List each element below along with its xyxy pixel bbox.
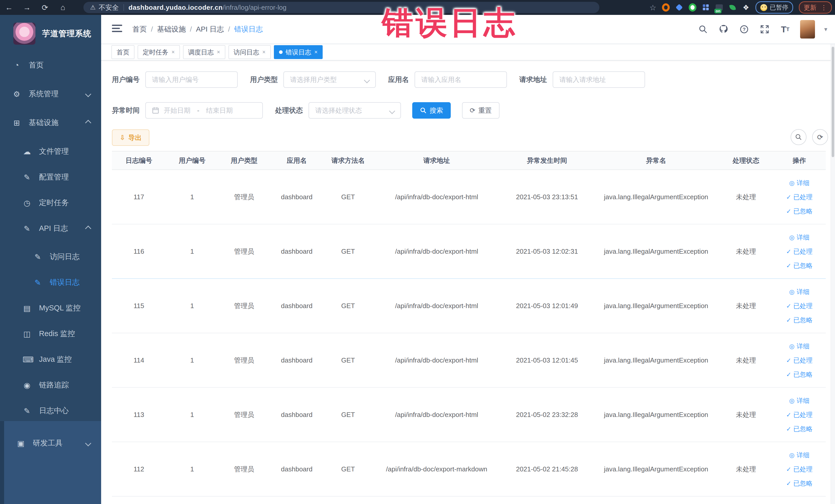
chevron-down-icon xyxy=(364,77,370,83)
op-label: 已处理 xyxy=(793,411,813,418)
browser-update-button[interactable]: 更新 ⋮ xyxy=(799,1,832,14)
eye-icon: ◎ xyxy=(789,451,795,459)
browser-back-icon[interactable]: ← xyxy=(0,3,18,12)
browser-home-icon[interactable]: ⌂ xyxy=(54,3,72,12)
refresh-table-button[interactable]: ⟳ xyxy=(812,129,828,145)
ignored-link[interactable]: ✓已忽略 xyxy=(773,259,826,273)
tab-首页[interactable]: 首页 xyxy=(111,45,135,59)
process-status-select[interactable]: 请选择处理状态 xyxy=(308,102,401,119)
browser-reload-icon[interactable]: ⟳ xyxy=(36,3,54,12)
address-bar[interactable]: ⚠ 不安全 dashboard.yudao.iocoder.cn/infra/l… xyxy=(83,2,599,13)
sidebar-logo[interactable]: 芋道管理系统 xyxy=(0,15,101,50)
sidebar-item-devtools[interactable]: ▣研发工具 xyxy=(4,430,101,456)
tab-定时任务[interactable]: 定时任务× xyxy=(138,45,180,59)
scrollbar-thumb[interactable] xyxy=(832,47,834,157)
reset-button[interactable]: ⟳ 重置 xyxy=(462,102,500,119)
ignored-link[interactable]: ✓已忽略 xyxy=(773,476,826,490)
filter-row-1: 用户编号请输入用户编号用户类型请选择用户类型应用名请输入应用名请求地址请输入请求… xyxy=(112,72,657,88)
exception-time-range-picker[interactable]: 开始日期 - 结束日期 xyxy=(145,102,263,119)
detail-link[interactable]: ◎详细 xyxy=(773,448,826,462)
close-icon[interactable]: × xyxy=(314,49,318,56)
fullscreen-icon[interactable] xyxy=(759,24,770,35)
browser-forward-icon[interactable]: → xyxy=(18,3,36,12)
sidebar-item-label: 基础设施 xyxy=(29,118,59,128)
detail-link[interactable]: ◎详细 xyxy=(773,176,826,190)
ignored-link[interactable]: ✓已忽略 xyxy=(773,367,826,382)
request-url-input[interactable]: 请输入请求地址 xyxy=(553,72,645,88)
ignored-link[interactable]: ✓已忽略 xyxy=(773,422,826,436)
user-type-select[interactable]: 请选择用户类型 xyxy=(283,72,376,88)
sidebar-item-redis[interactable]: ◫Redis 监控 xyxy=(0,321,101,347)
processed-link[interactable]: ✓已处理 xyxy=(773,244,826,259)
processed-link[interactable]: ✓已处理 xyxy=(773,353,826,367)
sidebar-item-config[interactable]: ✎配置管理 xyxy=(0,164,101,190)
tab-label: 定时任务 xyxy=(143,48,168,57)
export-button[interactable]: ⇩ 导出 xyxy=(112,129,149,146)
op-label: 已忽略 xyxy=(793,480,813,487)
extension-switch-icon[interactable]: on xyxy=(715,4,723,11)
processed-link[interactable]: ✓已处理 xyxy=(773,190,826,204)
cell-status: 未处理 xyxy=(719,224,773,279)
sidebar-item-trace[interactable]: ◉链路追踪 xyxy=(0,372,101,398)
sidebar-item-job[interactable]: ◷定时任务 xyxy=(0,190,101,216)
search-icon[interactable] xyxy=(697,24,709,35)
search-button[interactable]: 搜索 xyxy=(412,102,451,119)
cell-app: dashboard xyxy=(270,279,324,333)
ignored-link[interactable]: ✓已忽略 xyxy=(773,313,826,327)
sidebar-item-java[interactable]: ⌨Java 监控 xyxy=(0,347,101,372)
detail-link[interactable]: ◎详细 xyxy=(773,230,826,244)
github-icon[interactable] xyxy=(718,24,729,35)
bookmark-star-icon[interactable]: ☆ xyxy=(649,3,656,12)
toggle-search-button[interactable] xyxy=(791,129,807,145)
extension-shield-icon[interactable] xyxy=(675,4,683,11)
font-size-icon[interactable]: TT xyxy=(779,24,791,35)
detail-link[interactable]: ◎详细 xyxy=(773,394,826,408)
sidebar-item-error-log[interactable]: ✎错误日志 xyxy=(0,269,101,295)
chevron-down-icon[interactable]: ▾ xyxy=(824,26,827,33)
scrollbar[interactable] xyxy=(831,44,835,504)
extension-leaf-icon[interactable] xyxy=(729,4,736,11)
close-icon[interactable]: × xyxy=(262,49,266,56)
chevron-down-icon xyxy=(389,108,395,114)
user-avatar[interactable] xyxy=(800,20,815,39)
sidebar-item-access-log[interactable]: ✎访问日志 xyxy=(0,244,101,269)
sidebar-item-infra[interactable]: ⊞基础设施 xyxy=(0,110,101,136)
app-name-input[interactable]: 请输入应用名 xyxy=(414,72,507,88)
page-annotation-overlay: 错误日志 xyxy=(382,2,517,44)
processed-link[interactable]: ✓已处理 xyxy=(773,408,826,422)
close-icon[interactable]: × xyxy=(217,49,220,56)
extension-green-icon[interactable] xyxy=(689,4,696,11)
tab-访问日志[interactable]: 访问日志× xyxy=(228,45,271,59)
extension-grid-icon[interactable] xyxy=(702,4,710,11)
sidebar-item-home[interactable]: ◔首页 xyxy=(0,53,101,78)
tab-错误日志[interactable]: 错误日志× xyxy=(274,45,323,59)
sidebar-item-file[interactable]: ☁文件管理 xyxy=(0,139,101,164)
sidebar-item-system[interactable]: ⚙系统管理 xyxy=(0,81,101,107)
sidebar-item-log-center[interactable]: ✎日志中心 xyxy=(0,398,101,424)
sidebar-collapse-icon[interactable] xyxy=(112,25,122,34)
processed-link[interactable]: ✓已处理 xyxy=(773,462,826,476)
breadcrumb-item[interactable]: 首页 xyxy=(133,24,147,34)
processed-link[interactable]: ✓已处理 xyxy=(773,299,826,313)
eye-icon: ◎ xyxy=(789,234,795,241)
extension-orange-icon[interactable] xyxy=(662,4,670,11)
sidebar-item-mysql[interactable]: ▤MySQL 监控 xyxy=(0,295,101,321)
cell-user_id: 1 xyxy=(166,224,219,279)
detail-link[interactable]: ◎详细 xyxy=(773,339,826,353)
sidebar-item-label: 日志中心 xyxy=(39,406,69,416)
cell-url: /api/infra/db-doc/export-html xyxy=(372,224,501,279)
user-id-input[interactable]: 请输入用户编号 xyxy=(145,72,238,88)
tab-调度日志[interactable]: 调度日志× xyxy=(183,45,225,59)
kebab-menu-icon[interactable]: ⋮ xyxy=(821,4,827,11)
breadcrumb-item[interactable]: 基础设施 xyxy=(157,24,186,34)
profile-chip[interactable]: 已暂停 xyxy=(755,1,793,14)
cell-id: 116 xyxy=(112,224,166,279)
close-icon[interactable]: × xyxy=(171,49,175,56)
breadcrumb-item[interactable]: API 日志 xyxy=(196,24,224,34)
detail-link[interactable]: ◎详细 xyxy=(773,285,826,299)
help-icon[interactable]: ? xyxy=(738,24,750,35)
app-name-placeholder: 请输入应用名 xyxy=(421,75,461,84)
sidebar-item-api-log[interactable]: ✎API 日志 xyxy=(0,216,101,241)
extensions-puzzle-icon[interactable]: ❖ xyxy=(742,4,750,11)
ignored-link[interactable]: ✓已忽略 xyxy=(773,204,826,218)
